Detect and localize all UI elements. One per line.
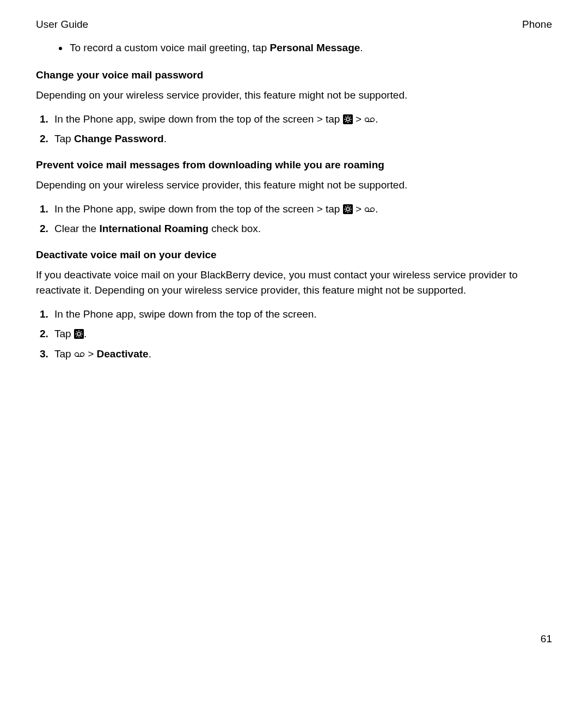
page-header: User Guide Phone — [36, 19, 552, 31]
step-bold: Change Password — [74, 133, 164, 144]
step-text: check box. — [209, 223, 261, 234]
step-item: In the Phone app, swipe down from the to… — [51, 307, 552, 322]
step-text: Tap — [54, 328, 74, 339]
settings-icon — [74, 328, 84, 338]
step-bold: International Roaming — [99, 223, 209, 234]
step-item: Clear the International Roaming check bo… — [51, 221, 552, 236]
bullet-text-pre: To record a custom voice mail greeting, … — [70, 42, 270, 53]
header-right: Phone — [522, 19, 552, 31]
bullet-item: To record a custom voice mail greeting, … — [69, 40, 552, 56]
settings-icon — [343, 203, 353, 213]
bullet-text-post: . — [360, 42, 363, 53]
voicemail-icon — [364, 202, 375, 210]
bullet-text-bold: Personal Message — [270, 42, 360, 53]
bullet-list: To record a custom voice mail greeting, … — [36, 40, 552, 56]
step-text: Tap — [54, 348, 74, 360]
step-text: . — [84, 328, 87, 339]
section-para: Depending on your wireless service provi… — [36, 178, 552, 193]
step-text: . — [375, 203, 378, 215]
step-text: In the Phone app, swipe down from the to… — [54, 308, 317, 320]
voicemail-icon — [74, 347, 85, 355]
step-text: . — [164, 133, 167, 144]
settings-icon — [343, 113, 353, 123]
voicemail-icon — [364, 112, 375, 120]
step-text: > — [353, 113, 365, 125]
step-item: Tap > Deactivate. — [51, 346, 552, 362]
steps-list: In the Phone app, swipe down from the to… — [36, 307, 552, 362]
step-text: > — [85, 348, 97, 360]
section-heading-change-password: Change your voice mail password — [36, 68, 552, 83]
step-item: In the Phone app, swipe down from the to… — [51, 202, 552, 217]
header-left: User Guide — [36, 19, 88, 31]
page-number: 61 — [541, 633, 552, 645]
section-heading-deactivate: Deactivate voice mail on your device — [36, 247, 552, 263]
step-bold: Deactivate — [97, 348, 149, 360]
section-para: If you deactivate voice mail on your Bla… — [36, 267, 552, 297]
section-heading-roaming: Prevent voice mail messages from downloa… — [36, 157, 552, 173]
steps-list: In the Phone app, swipe down from the to… — [36, 112, 552, 147]
step-text: Clear the — [54, 223, 99, 234]
step-text: Tap — [54, 133, 74, 144]
page-content: To record a custom voice mail greeting, … — [36, 40, 552, 361]
step-item: In the Phone app, swipe down from the to… — [51, 112, 552, 127]
step-text: In the Phone app, swipe down from the to… — [54, 203, 343, 215]
step-text: > — [353, 203, 365, 215]
step-text: . — [149, 348, 151, 360]
step-item: Tap . — [51, 326, 552, 342]
step-text: In the Phone app, swipe down from the to… — [54, 113, 343, 125]
section-para: Depending on your wireless service provi… — [36, 88, 552, 103]
step-item: Tap Change Password. — [51, 131, 552, 147]
step-text: . — [375, 113, 378, 125]
document-page: User Guide Phone To record a custom voic… — [0, 0, 588, 706]
steps-list: In the Phone app, swipe down from the to… — [36, 202, 552, 236]
